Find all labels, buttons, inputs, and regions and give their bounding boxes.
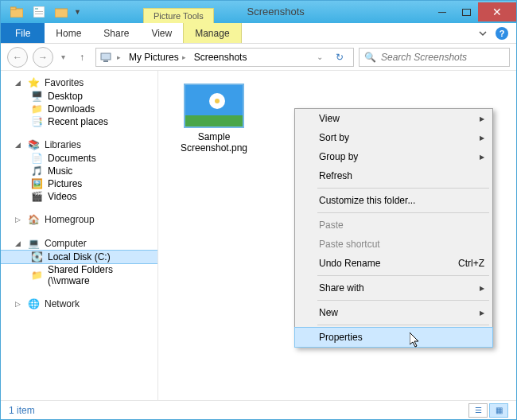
window-title: Screenshots — [247, 6, 305, 18]
forward-button[interactable]: → — [33, 47, 53, 68]
music-icon: 🎵 — [31, 165, 43, 177]
svg-rect-4 — [35, 11, 43, 12]
chevron-right-icon[interactable]: ▸ — [117, 53, 121, 61]
picture-tools-tab-header: Picture Tools — [143, 8, 214, 23]
svg-rect-9 — [103, 60, 108, 62]
file-name: SampleScreenshot.png — [174, 131, 254, 154]
qat-dropdown-icon[interactable]: ▼ — [74, 8, 81, 16]
item-count: 1 item — [9, 405, 35, 416]
sidebar-item-localdisk[interactable]: 💽Local Disk (C:) — [1, 251, 157, 263]
icons-view-button[interactable]: ▦ — [489, 403, 508, 418]
sidebar-item-downloads[interactable]: 📁Downloads — [1, 103, 157, 115]
close-button[interactable]: ✕ — [478, 2, 516, 21]
crumb-screenshots[interactable]: Screenshots — [191, 52, 251, 63]
menu-item-sort-by[interactable]: Sort by — [295, 128, 492, 147]
desktop-icon: 🖥️ — [31, 91, 43, 102]
computer-icon: 💻 — [28, 238, 40, 249]
menu-item-refresh[interactable]: Refresh — [295, 166, 492, 185]
properties-icon[interactable] — [29, 3, 49, 21]
sidebar-item-music[interactable]: 🎵Music — [1, 165, 157, 177]
home-tab[interactable]: Home — [45, 23, 92, 43]
ribbon-tabs: File Home Share View Manage ? — [1, 23, 516, 44]
minimize-button[interactable]: ─ — [430, 2, 454, 21]
menu-item-new[interactable]: New — [295, 303, 492, 322]
file-tab[interactable]: File — [1, 23, 45, 43]
search-input[interactable] — [381, 52, 504, 63]
svg-rect-7 — [462, 9, 470, 15]
history-dropdown-icon[interactable]: ▾ — [58, 52, 68, 61]
menu-separator — [317, 212, 489, 213]
new-folder-icon[interactable] — [52, 3, 71, 21]
file-item[interactable]: SampleScreenshot.png — [174, 84, 254, 154]
title-bar: ▼ Picture Tools Screenshots ─ ✕ — [1, 1, 516, 23]
svg-rect-1 — [10, 7, 16, 10]
menu-item-paste: Paste — [295, 216, 492, 235]
sidebar-item-pictures[interactable]: 🖼️Pictures — [1, 177, 157, 190]
window-controls: ─ ✕ — [430, 2, 516, 21]
recent-icon: 📑 — [31, 116, 43, 127]
maximize-button[interactable] — [454, 2, 478, 21]
homegroup-group[interactable]: ▷ 🏠 Homegroup — [1, 214, 157, 227]
star-icon: ⭐ — [28, 77, 40, 88]
menu-separator — [317, 188, 489, 189]
contextual-tab-header: Picture Tools — [143, 1, 214, 23]
menu-item-customize-this-folder[interactable]: Customize this folder... — [295, 191, 492, 210]
sidebar-item-desktop[interactable]: 🖥️Desktop — [1, 90, 157, 103]
menu-item-group-by[interactable]: Group by — [295, 147, 492, 166]
downloads-icon: 📁 — [31, 103, 43, 115]
menu-separator — [317, 325, 489, 325]
navigation-pane: ◢ ⭐ Favorites 🖥️Desktop 📁Downloads 📑Rece… — [1, 71, 158, 400]
menu-item-share-with[interactable]: Share with — [295, 278, 492, 298]
expand-icon[interactable]: ▷ — [15, 300, 23, 308]
quick-access-toolbar: ▼ — [1, 3, 87, 21]
svg-rect-8 — [101, 53, 111, 60]
share-tab[interactable]: Share — [92, 23, 140, 43]
menu-item-undo-rename[interactable]: Undo RenameCtrl+Z — [295, 254, 492, 273]
back-button[interactable]: ← — [7, 47, 28, 68]
crumb-my-pictures[interactable]: My Pictures ▸ — [126, 52, 189, 63]
menu-separator — [317, 275, 489, 276]
homegroup-icon: 🏠 — [28, 214, 40, 225]
menu-item-view[interactable]: View — [295, 109, 492, 128]
view-tab[interactable]: View — [140, 23, 183, 43]
computer-crumb-icon[interactable] — [99, 51, 112, 64]
search-box[interactable]: 🔍 — [359, 48, 510, 67]
manage-tab[interactable]: Manage — [183, 23, 241, 43]
sidebar-item-recent[interactable]: 📑Recent places — [1, 115, 157, 128]
menu-item-properties[interactable]: Properties — [295, 328, 492, 347]
sidebar-item-documents[interactable]: 📄Documents — [1, 152, 157, 165]
file-thumbnail — [184, 84, 244, 128]
menu-item-paste-shortcut: Paste shortcut — [295, 235, 492, 254]
computer-group[interactable]: ◢ 💻 Computer — [1, 238, 157, 251]
expand-ribbon-icon[interactable] — [478, 29, 488, 38]
pictures-icon: 🖼️ — [31, 178, 43, 189]
details-view-button[interactable]: ☰ — [468, 403, 488, 418]
refresh-icon[interactable]: ↻ — [329, 52, 350, 63]
address-bar[interactable]: ▸ My Pictures ▸ Screenshots ⌄ ↻ — [95, 48, 354, 67]
up-button[interactable]: ↑ — [73, 52, 91, 63]
svg-rect-3 — [35, 8, 38, 10]
svg-rect-0 — [10, 9, 23, 18]
svg-rect-6 — [55, 9, 68, 18]
menu-separator — [317, 300, 489, 301]
videos-icon: 🎬 — [31, 191, 43, 202]
expand-icon[interactable]: ▷ — [15, 216, 23, 224]
favorites-group[interactable]: ◢ ⭐ Favorites — [1, 77, 157, 90]
network-group[interactable]: ▷ 🌐 Network — [1, 298, 157, 311]
folder-icon[interactable] — [7, 3, 26, 21]
network-icon: 🌐 — [28, 298, 40, 309]
collapse-icon[interactable]: ◢ — [15, 141, 23, 149]
help-icon[interactable]: ? — [496, 27, 508, 40]
collapse-icon[interactable]: ◢ — [15, 79, 23, 87]
network-drive-icon: 📁 — [31, 270, 43, 281]
context-menu: ViewSort byGroup byRefreshCustomize this… — [294, 108, 493, 348]
drive-icon: 💽 — [31, 251, 43, 262]
libraries-icon: 📚 — [28, 139, 40, 150]
address-dropdown-icon[interactable]: ⌄ — [312, 52, 328, 61]
svg-rect-5 — [35, 14, 43, 14]
libraries-group[interactable]: ◢ 📚 Libraries — [1, 139, 157, 152]
sidebar-item-videos[interactable]: 🎬Videos — [1, 190, 157, 203]
collapse-icon[interactable]: ◢ — [15, 239, 23, 247]
sidebar-item-shared[interactable]: 📁Shared Folders (\\vmware — [1, 263, 157, 287]
address-row: ← → ▾ ↑ ▸ My Pictures ▸ Screenshots ⌄ ↻ … — [1, 44, 516, 71]
